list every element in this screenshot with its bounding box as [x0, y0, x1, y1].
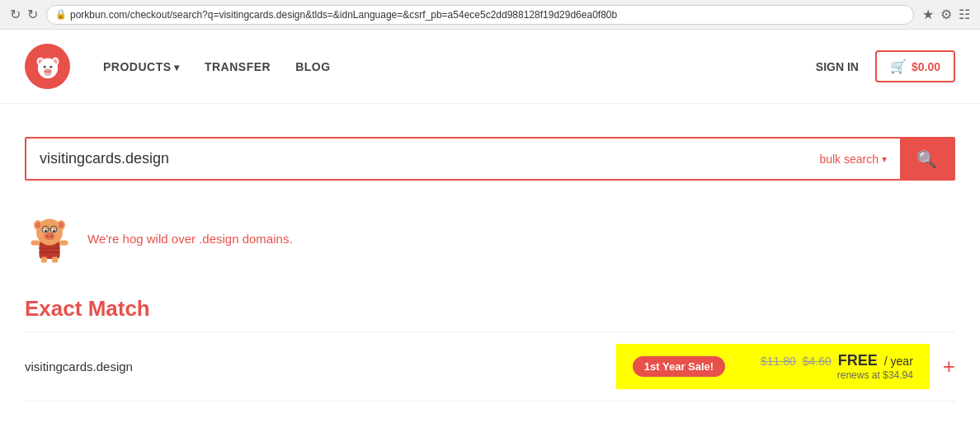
svg-point-22 — [35, 223, 40, 228]
domain-name: visitingcards.design — [25, 359, 616, 374]
sale-badge: 1st Year Sale! — [633, 356, 725, 377]
svg-point-6 — [43, 65, 45, 68]
search-box: bulk search ▾ 🔍 — [25, 137, 955, 181]
svg-point-9 — [45, 70, 47, 73]
svg-point-23 — [59, 223, 64, 228]
svg-point-29 — [46, 235, 49, 237]
svg-rect-13 — [40, 247, 60, 249]
bulk-search-arrow-icon: ▾ — [882, 153, 887, 165]
nav-products[interactable]: PRODUCTS — [103, 60, 180, 73]
results-section: Exact Match visitingcards.design 1st Yea… — [0, 280, 980, 418]
svg-point-30 — [50, 235, 53, 237]
promo-text: We're hog wild over .design domains. — [87, 232, 293, 246]
bulk-search-button[interactable]: bulk search ▾ — [806, 139, 900, 179]
logo[interactable] — [25, 44, 70, 89]
original-price: $11.80 — [761, 355, 796, 368]
svg-point-10 — [48, 70, 50, 73]
bookmark-icon[interactable]: ★ — [922, 7, 934, 22]
sign-in-link[interactable]: SIGN IN — [816, 60, 859, 73]
browser-bar: ↻ ↻ 🔒 porkbun.com/checkout/search?q=visi… — [0, 0, 980, 30]
cart-button[interactable]: 🛒 $0.00 — [875, 50, 955, 82]
browser-actions: ★ ⚙ ☷ — [922, 7, 970, 22]
nav-right: SIGN IN 🛒 $0.00 — [816, 50, 955, 82]
exact-match-italic: Exact — [25, 296, 82, 321]
search-section: bulk search ▾ 🔍 — [0, 104, 980, 197]
cart-total: $0.00 — [912, 60, 940, 73]
svg-rect-18 — [59, 241, 68, 246]
svg-rect-14 — [40, 251, 60, 253]
sale-price: $4.60 — [803, 355, 832, 368]
search-input[interactable] — [26, 139, 806, 179]
extensions-icon[interactable]: ☷ — [959, 7, 970, 22]
pricing-details: $11.80 $4.60 FREE / year renews at $34.9… — [761, 352, 913, 381]
svg-rect-16 — [52, 257, 58, 263]
settings-icon[interactable]: ⚙ — [940, 7, 952, 22]
svg-point-7 — [49, 65, 52, 68]
navbar: PRODUCTS TRANSFER BLOG SIGN IN 🛒 $0.00 — [0, 30, 980, 104]
domain-row: visitingcards.design 1st Year Sale! $11.… — [25, 332, 955, 402]
pig-character-image — [25, 214, 74, 263]
svg-rect-17 — [31, 241, 40, 246]
search-submit-button[interactable]: 🔍 — [900, 139, 954, 179]
address-bar[interactable]: 🔒 porkbun.com/checkout/search?q=visiting… — [46, 5, 914, 25]
url-text: porkbun.com/checkout/search?q=visitingca… — [70, 9, 617, 21]
free-label: FREE — [838, 352, 878, 369]
svg-point-28 — [45, 233, 55, 240]
exact-match-bold: Match — [88, 296, 150, 321]
browser-nav-icons: ↻ ↻ — [10, 7, 38, 22]
svg-point-27 — [53, 230, 55, 233]
nav-blog[interactable]: BLOG — [295, 60, 330, 73]
search-magnifier-icon: 🔍 — [916, 149, 937, 169]
promo-message-section: We're hog wild over .design domains. — [0, 197, 980, 280]
exact-match-title: Exact Match — [25, 296, 955, 322]
forward-icon[interactable]: ↻ — [27, 7, 38, 22]
back-icon[interactable]: ↻ — [10, 7, 21, 22]
domain-pricing-block: 1st Year Sale! $11.80 $4.60 FREE / year … — [616, 344, 930, 389]
svg-rect-15 — [41, 257, 47, 263]
svg-point-26 — [45, 230, 47, 233]
svg-point-8 — [43, 68, 51, 74]
per-year: / year — [884, 355, 913, 368]
cart-icon: 🛒 — [890, 59, 907, 74]
price-line: $11.80 $4.60 FREE / year — [761, 352, 913, 369]
bulk-search-label: bulk search — [819, 153, 879, 166]
nav-links: PRODUCTS TRANSFER BLOG — [103, 60, 331, 73]
lock-icon: 🔒 — [55, 9, 67, 20]
nav-transfer[interactable]: TRANSFER — [205, 60, 271, 73]
renews-at: renews at $34.94 — [761, 369, 913, 381]
add-to-cart-button[interactable]: + — [943, 354, 955, 379]
